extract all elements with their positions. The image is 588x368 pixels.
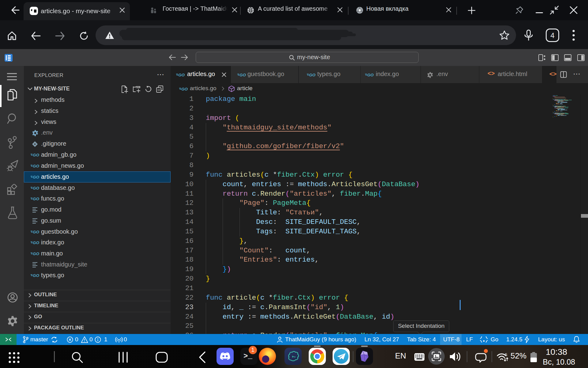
svg-text:5: 5 bbox=[505, 352, 507, 357]
